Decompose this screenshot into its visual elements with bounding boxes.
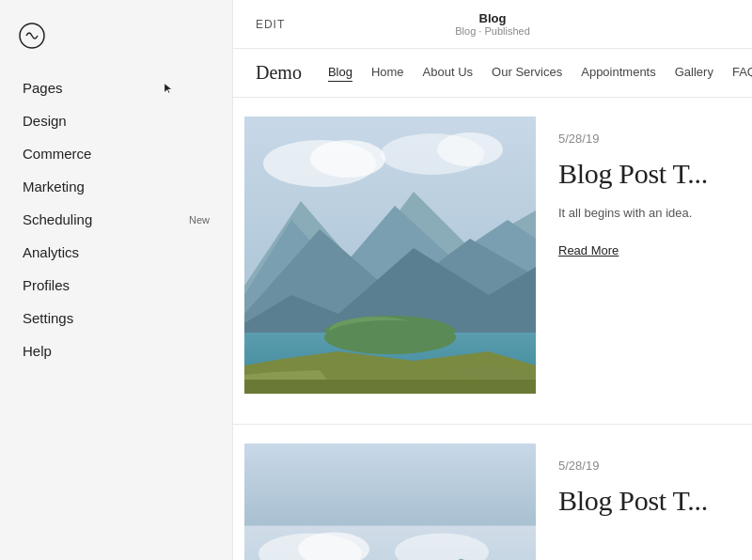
post-1-image — [244, 117, 536, 394]
post-1-info: 5/28/19 Blog Post T... It all begins wit… — [536, 117, 752, 258]
blog-subtitle: Blog · Published — [455, 25, 530, 37]
post-1-excerpt: It all begins with an idea. — [558, 204, 733, 223]
sidebar-item-pages[interactable]: Pages — [0, 71, 232, 104]
svg-point-3 — [310, 140, 385, 178]
post-1-scene — [244, 117, 536, 394]
sidebar-item-analytics[interactable]: Analytics — [0, 236, 232, 269]
nav-item-faqs[interactable]: FAQs — [732, 65, 752, 81]
sidebar-item-label: Profiles — [23, 277, 70, 293]
sidebar-item-marketing[interactable]: Marketing — [0, 170, 232, 203]
site-logo: Demo — [256, 62, 302, 84]
blog-posts-list: 5/28/19 Blog Post T... It all begins wit… — [233, 98, 752, 560]
sidebar-item-commerce[interactable]: Commerce — [0, 137, 232, 170]
blog-title: Blog — [455, 11, 530, 25]
sidebar-item-label: Design — [23, 113, 67, 129]
edit-label: EDIT — [256, 18, 285, 31]
blog-post-1: 5/28/19 Blog Post T... It all begins wit… — [233, 117, 752, 425]
post-1-read-more[interactable]: Read More — [558, 243, 619, 257]
svg-point-5 — [437, 132, 503, 166]
sidebar-item-profiles[interactable]: Profiles — [0, 269, 232, 302]
blog-post-2: 5/28/19 Blog Post T... — [233, 443, 752, 560]
post-1-title: Blog Post T... — [558, 157, 733, 191]
sidebar-item-label: Commerce — [23, 146, 91, 162]
sidebar-logo — [0, 15, 232, 71]
post-2-date: 5/28/19 — [558, 459, 733, 473]
sidebar-item-design[interactable]: Design — [0, 104, 232, 137]
new-badge: New — [189, 214, 210, 226]
site-navigation: Demo Blog Home About Us Our Services App… — [233, 49, 752, 98]
nav-item-services[interactable]: Our Services — [492, 65, 562, 81]
sidebar-item-label: Pages — [23, 80, 63, 96]
post-2-scene — [244, 443, 536, 560]
blog-content: 5/28/19 Blog Post T... It all begins wit… — [233, 98, 752, 560]
nav-item-blog[interactable]: Blog — [328, 65, 352, 82]
post-1-date: 5/28/19 — [558, 132, 733, 146]
svg-point-13 — [324, 320, 456, 354]
app-logo-icon — [19, 23, 45, 49]
sidebar-item-label: Settings — [23, 310, 73, 326]
post-2-title: Blog Post T... — [558, 484, 733, 518]
sidebar: Pages Design Commerce Marketing Scheduli… — [0, 0, 233, 560]
cursor-icon — [163, 82, 176, 95]
sidebar-item-help[interactable]: Help — [0, 334, 232, 367]
nav-item-about[interactable]: About Us — [423, 65, 473, 81]
sidebar-item-label: Scheduling — [23, 211, 92, 227]
nav-item-gallery[interactable]: Gallery — [675, 65, 713, 81]
sidebar-item-scheduling[interactable]: Scheduling New — [0, 203, 232, 236]
sidebar-item-settings[interactable]: Settings — [0, 302, 232, 334]
nav-item-home[interactable]: Home — [371, 65, 404, 81]
svg-marker-17 — [244, 380, 536, 394]
sidebar-item-label: Help — [23, 343, 52, 359]
main-content: EDIT Blog Blog · Published Demo Blog Hom… — [233, 0, 752, 560]
sidebar-item-label: Marketing — [23, 179, 85, 194]
post-2-image — [244, 443, 536, 560]
sidebar-item-label: Analytics — [23, 244, 79, 260]
nav-item-appointments[interactable]: Appointments — [581, 65, 656, 81]
sidebar-navigation: Pages Design Commerce Marketing Scheduli… — [0, 71, 232, 367]
topbar-center: Blog Blog · Published — [455, 11, 530, 37]
post-2-info: 5/28/19 Blog Post T... — [536, 443, 752, 531]
topbar: EDIT Blog Blog · Published — [233, 0, 752, 49]
